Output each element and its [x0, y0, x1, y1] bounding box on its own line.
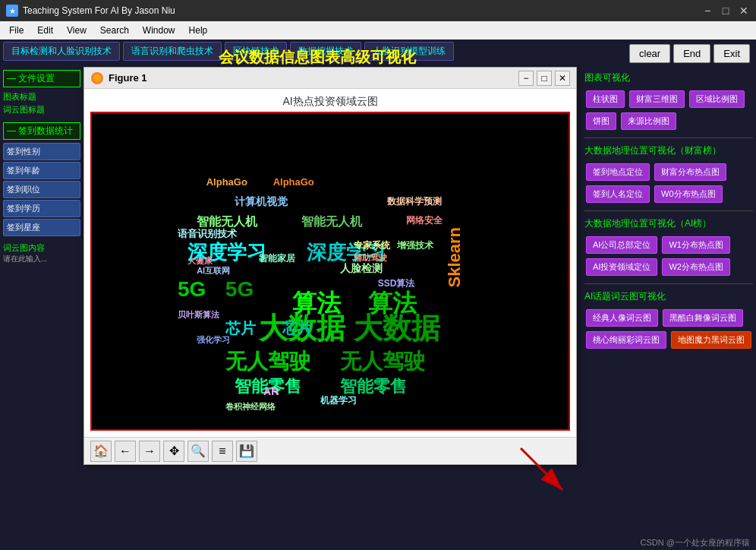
- wordcloud-word: SSD算法: [378, 277, 415, 290]
- wordcloud-title-label: 词云图标题: [3, 103, 80, 116]
- menu-window[interactable]: Window: [137, 24, 181, 37]
- figure-app-icon: [90, 71, 104, 85]
- wordcloud-word: AI互联网: [197, 265, 230, 277]
- wordcloud-word: 卷积神经网络: [225, 401, 276, 412]
- chart-viz-title: 图表可视化: [584, 70, 753, 86]
- classic-portrait-btn[interactable]: 经典人像词云图: [586, 309, 658, 327]
- figure-toolbar: 🏠 ← → ✥ 🔍 ≡ 💾: [84, 437, 576, 464]
- wordcloud-word: Sklearn: [445, 227, 465, 288]
- menu-help[interactable]: Help: [183, 24, 214, 37]
- end-button[interactable]: End: [673, 44, 710, 63]
- area-ratio-btn[interactable]: 区域比例图: [689, 90, 745, 108]
- ai-wordcloud-title: AI话题词云图可视化: [584, 289, 753, 305]
- menu-bar: File Edit View Search Window Help: [0, 21, 756, 40]
- toolbar-zoom-btn[interactable]: 🔍: [187, 441, 209, 462]
- toolbar-config-btn[interactable]: ≡: [212, 441, 233, 462]
- menu-edit[interactable]: Edit: [31, 24, 59, 37]
- ai-geo-section: 大数据地理位置可视化（AI榜） AI公司总部定位 W1分布热点图 AI投资领域定…: [584, 216, 753, 277]
- chart-viz-section: 图表可视化 柱状图 财富三维图 区域比例图 饼图 来源比例图: [584, 70, 753, 131]
- wordcloud-word: 芯片: [282, 318, 313, 339]
- figure-title-bar: Figure 1 − □ ✕: [84, 68, 576, 89]
- wordcloud-word: 增强技术: [397, 239, 433, 252]
- file-settings-section: — 文件设置 图表标题 词云图标题: [3, 70, 80, 116]
- close-button[interactable]: ✕: [738, 5, 750, 17]
- wordcloud-word: 智能无人机: [301, 214, 362, 230]
- wordcloud-word: AlphaGo: [206, 176, 247, 188]
- w2-heatmap-btn[interactable]: W2分布热点图: [662, 258, 730, 276]
- title-bar: ★ Teaching System For AI By Jason Niu − …: [0, 0, 756, 21]
- signed-data-section: — 签到数据统计 签到性别 签到年龄 签到职位 签到学历 签到星座: [3, 122, 80, 236]
- wordcloud-word: 强化学习: [197, 334, 230, 346]
- figure-window-controls: − □ ✕: [518, 71, 570, 86]
- toolbar-back-btn[interactable]: ←: [115, 441, 136, 462]
- left-sidebar: — 文件设置 图表标题 词云图标题 — 签到数据统计 签到性别 签到年龄 签到职…: [0, 67, 83, 550]
- wealth-heatmap-btn[interactable]: 财富分布热点图: [654, 163, 726, 181]
- menu-search[interactable]: Search: [94, 24, 135, 37]
- svg-point-1: [93, 74, 101, 82]
- map-magic-btn[interactable]: 地图魔力黑词云图: [671, 331, 751, 349]
- source-ratio-btn[interactable]: 来源比例图: [621, 112, 676, 130]
- signed-gender-btn[interactable]: 签到性别: [3, 143, 80, 160]
- geo-btn-row: 签到地点定位 财富分布热点图 签到人名定位 W0分布热点图: [584, 162, 753, 204]
- wordcloud-word: 机器学习: [320, 394, 357, 407]
- clear-button[interactable]: clear: [629, 44, 670, 63]
- ai-invest-btn[interactable]: AI投资领域定位: [586, 258, 657, 276]
- wordcloud-word: AR: [263, 385, 279, 397]
- figure-close-btn[interactable]: ✕: [555, 71, 570, 86]
- wordcloud-word: 算法: [292, 287, 341, 321]
- signed-loc-btn[interactable]: 签到地点定位: [586, 163, 650, 181]
- ai-wordcloud-section: AI话题词云图可视化 经典人像词云图 黑酷白舞像词云图 桃心绚丽彩词云图 地图魔…: [584, 289, 753, 350]
- ai-hq-btn[interactable]: AI公司总部定位: [586, 236, 657, 254]
- file-settings-title: — 文件设置: [3, 70, 80, 87]
- signed-name-btn[interactable]: 签到人名定位: [586, 185, 650, 203]
- pie-chart-btn[interactable]: 饼图: [586, 112, 616, 130]
- main-area: — 文件设置 图表标题 词云图标题 — 签到数据统计 签到性别 签到年龄 签到职…: [0, 67, 756, 550]
- chart-btn-row: 柱状图 财富三维图 区域比例图 饼图 来源比例图: [584, 89, 753, 131]
- wordcloud-word: 贝叶斯算法: [178, 309, 219, 321]
- wordcloud-word: 5G: [178, 277, 206, 302]
- wordcloud-canvas: 大数据大数据无人驾驶无人驾驶深度学习深度学习5G5G算法算法芯片芯片智能无人机智…: [90, 112, 570, 431]
- wordcloud-word: 数据科学预测: [387, 195, 442, 208]
- signed-age-btn[interactable]: 签到年龄: [3, 162, 80, 179]
- toolbar-forward-btn[interactable]: →: [139, 441, 160, 462]
- figure-maximize-btn[interactable]: □: [537, 71, 552, 86]
- wordcloud-content-label: 词云图内容: [3, 242, 80, 254]
- toolbar-home-btn[interactable]: 🏠: [90, 441, 112, 462]
- bar-chart-btn[interactable]: 柱状图: [586, 90, 625, 108]
- wordcloud-word: 人脸检测: [340, 262, 383, 276]
- geo-viz-section: 大数据地理位置可视化（财富榜） 签到地点定位 财富分布热点图 签到人名定位 W0…: [584, 143, 753, 204]
- signed-position-btn[interactable]: 签到职位: [3, 181, 80, 198]
- minimize-button[interactable]: −: [701, 5, 713, 17]
- maximize-button[interactable]: □: [720, 5, 732, 17]
- wordcloud-word: 5G: [225, 277, 254, 302]
- w0-heatmap-btn[interactable]: W0分布热点图: [654, 185, 723, 203]
- app-icon: ★: [6, 5, 18, 17]
- wordcloud-word: 计算机视觉: [235, 195, 288, 209]
- signed-data-title: — 签到数据统计: [3, 122, 80, 140]
- wordcloud-word: 智能家居: [259, 252, 295, 265]
- window-controls: − □ ✕: [701, 5, 750, 17]
- app-title: Teaching System For AI By Jason Niu: [23, 5, 175, 16]
- ai-wordcloud-btn-row: 经典人像词云图 黑酷白舞像词云图 桃心绚丽彩词云图 地图魔力黑词云图: [584, 308, 753, 350]
- top-right-buttons: clear End Exit: [629, 44, 750, 63]
- ai-geo-title: 大数据地理位置可视化（AI榜）: [584, 216, 753, 232]
- geo-viz-title: 大数据地理位置可视化（财富榜）: [584, 143, 753, 159]
- wordcloud-content-section: 词云图内容 请在此输入...: [3, 242, 80, 264]
- wealth-3d-btn[interactable]: 财富三维图: [629, 90, 685, 108]
- status-bar: CSDN @一个处女座的程序猿: [635, 536, 756, 550]
- w1-heatmap-btn[interactable]: W1分布热点图: [662, 236, 730, 254]
- toolbar-save-btn[interactable]: 💾: [236, 441, 257, 462]
- menu-file[interactable]: File: [3, 24, 30, 37]
- content-hint: 请在此输入...: [3, 254, 80, 264]
- signed-constellation-btn[interactable]: 签到星座: [3, 219, 80, 236]
- menu-view[interactable]: View: [61, 24, 93, 37]
- toolbar-pan-btn[interactable]: ✥: [163, 441, 184, 462]
- figure-window: Figure 1 − □ ✕ AI热点投资领域云图 大数据大数据无人驾驶无人驾驶…: [83, 67, 577, 465]
- cool-dance-btn[interactable]: 黑酷白舞像词云图: [663, 309, 743, 327]
- signed-education-btn[interactable]: 签到学历: [3, 200, 80, 217]
- exit-button[interactable]: Exit: [713, 44, 750, 63]
- wordcloud-word: 语音识别技术: [178, 227, 237, 241]
- figure-minimize-btn[interactable]: −: [518, 71, 534, 86]
- wordcloud-word: 辅助驾驶: [354, 252, 387, 264]
- heart-colorful-btn[interactable]: 桃心绚丽彩词云图: [586, 331, 666, 349]
